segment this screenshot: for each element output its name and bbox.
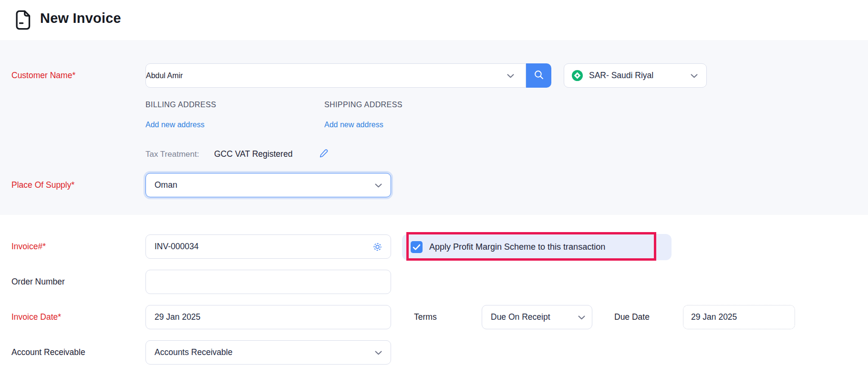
customer-name-select[interactable]: Abdul Amir bbox=[145, 63, 526, 88]
currency-flag-icon bbox=[572, 70, 583, 81]
chevron-down-icon bbox=[578, 313, 585, 322]
tax-treatment-label: Tax Treatment: bbox=[145, 150, 199, 159]
gear-icon bbox=[372, 246, 383, 254]
order-number-input[interactable] bbox=[145, 270, 391, 294]
place-of-supply-label: Place Of Supply* bbox=[11, 180, 74, 190]
account-receivable-label: Account Receivable bbox=[11, 347, 85, 357]
currency-value: SAR- Saudi Riyal bbox=[583, 71, 653, 81]
invoice-number-input[interactable]: INV-000034 bbox=[145, 234, 391, 259]
invoice-number-settings-button[interactable] bbox=[372, 241, 383, 252]
shipping-address-heading: SHIPPING ADDRESS bbox=[324, 101, 403, 109]
profit-margin-option: Apply Profit Margin Scheme to this trans… bbox=[402, 234, 672, 260]
pencil-icon bbox=[319, 153, 329, 160]
chevron-down-icon bbox=[691, 71, 698, 80]
invoice-date-value: 29 Jan 2025 bbox=[146, 312, 200, 322]
terms-value: Due On Receipt bbox=[482, 312, 550, 322]
order-number-label: Order Number bbox=[11, 277, 65, 287]
customer-search-button[interactable] bbox=[526, 63, 551, 88]
new-invoice-page: New Invoice Customer Name* Abdul Amir bbox=[0, 0, 868, 386]
page-title: New Invoice bbox=[40, 10, 121, 26]
invoice-date-input[interactable]: 29 Jan 2025 bbox=[145, 305, 391, 329]
account-receivable-value: Accounts Receivable bbox=[146, 347, 232, 357]
search-icon bbox=[534, 70, 544, 81]
chevron-down-icon bbox=[507, 71, 514, 80]
profit-margin-checkbox[interactable] bbox=[411, 241, 423, 253]
place-of-supply-value: Oman bbox=[146, 180, 177, 190]
invoice-document-icon bbox=[14, 10, 32, 32]
customer-name-value: Abdul Amir bbox=[146, 71, 183, 80]
billing-address-heading: BILLING ADDRESS bbox=[145, 101, 216, 109]
terms-label: Terms bbox=[414, 312, 437, 322]
due-date-input[interactable]: 29 Jan 2025 bbox=[683, 305, 795, 329]
due-date-value: 29 Jan 2025 bbox=[683, 312, 737, 322]
account-receivable-select[interactable]: Accounts Receivable bbox=[145, 340, 391, 365]
invoice-date-label: Invoice Date* bbox=[11, 312, 61, 322]
invoice-number-label: Invoice#* bbox=[11, 242, 46, 252]
customer-name-label: Customer Name* bbox=[11, 71, 75, 81]
due-date-label: Due Date bbox=[614, 312, 650, 322]
customer-combo: Abdul Amir bbox=[145, 63, 551, 88]
chevron-down-icon bbox=[375, 181, 382, 190]
invoice-number-value: INV-000034 bbox=[146, 242, 198, 252]
currency-select[interactable]: SAR- Saudi Riyal bbox=[564, 63, 707, 88]
place-of-supply-select[interactable]: Oman bbox=[145, 173, 391, 197]
chevron-down-icon bbox=[375, 348, 382, 357]
page-header: New Invoice bbox=[0, 0, 868, 40]
terms-select[interactable]: Due On Receipt bbox=[482, 305, 592, 329]
edit-tax-treatment-button[interactable] bbox=[319, 148, 329, 160]
tax-treatment-value: GCC VAT Registered bbox=[214, 149, 292, 159]
billing-add-address-link[interactable]: Add new address bbox=[145, 121, 205, 129]
shipping-add-address-link[interactable]: Add new address bbox=[324, 121, 383, 129]
profit-margin-label: Apply Profit Margin Scheme to this trans… bbox=[429, 242, 605, 252]
